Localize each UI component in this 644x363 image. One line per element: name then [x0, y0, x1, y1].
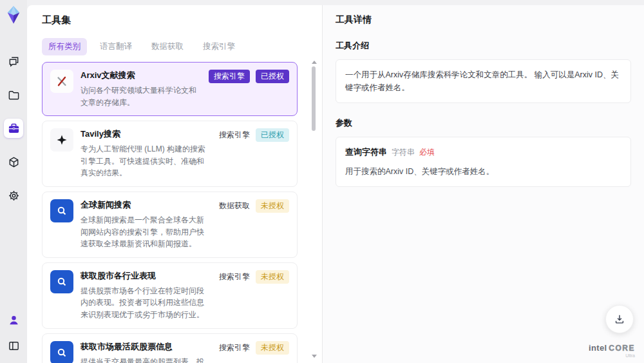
param-description: 用于搜索的Arxiv ID、关键字或作者姓名。 [345, 165, 621, 178]
cube-icon [8, 156, 20, 168]
status-badge: 已授权 [256, 70, 289, 83]
list-scrollbar[interactable] [311, 61, 316, 358]
param-required-flag: 必填 [419, 146, 435, 159]
news-search-logo-icon [50, 341, 73, 363]
category-badge: 搜索引擎 [209, 70, 250, 83]
core-logo-text: CORE [609, 344, 635, 352]
gear-icon [8, 190, 20, 202]
param-name: 查询字符串 [345, 146, 387, 159]
page-title: 工具集 [42, 14, 305, 26]
category-label: 搜索引擎 [219, 270, 250, 284]
category-tabs: 所有类别 语言翻译 数据获取 搜索引擎 [42, 38, 305, 55]
tool-card-global-news[interactable]: 全球新闻搜索 全球新闻搜索是一个聚合全球各大新闻网站内容的搜索引擎，帮助用户快速… [42, 191, 298, 258]
intel-logo-text: intel [589, 344, 607, 352]
intro-heading: 工具介绍 [336, 40, 631, 52]
user-icon [8, 314, 20, 326]
intel-core-logo: intel CORE Ultra [589, 344, 635, 358]
sidebar-item-files[interactable] [4, 85, 23, 104]
status-badge: 未授权 [256, 199, 289, 213]
news-search-logo-icon [50, 270, 73, 293]
sidebar-item-chat[interactable] [4, 52, 23, 71]
tool-card-tavily[interactable]: Tavily搜索 专为人工智能代理 (LLM) 构建的搜索引擎工具。可快速提供实… [42, 121, 298, 187]
status-badge: 未授权 [256, 270, 289, 284]
tool-name: 获取股市各行业表现 [80, 270, 209, 282]
tool-description: 全球新闻搜索是一个聚合全球各大新闻网站内容的搜索引擎，帮助用户快速获取全球最新资… [80, 214, 209, 250]
tool-name: Arxiv文献搜索 [80, 70, 199, 81]
app-logo-icon [5, 5, 23, 25]
tool-description: 提供股票市场各个行业在特定时间段内的表现。投资者可以利用这些信息来识别表现优于或… [80, 285, 209, 321]
tool-name: 全球新闻搜索 [80, 199, 209, 211]
tool-name: 获取市场最活跃股票信息 [80, 341, 209, 353]
scrollbar-thumb[interactable] [312, 66, 316, 131]
tool-detail-panel: 工具详情 工具介绍 一个用于从Arxiv存储库搜索科学论文和文章的工具。 输入可… [322, 5, 644, 363]
folder-icon [8, 89, 20, 101]
toolbox-icon [8, 123, 20, 135]
left-sidebar [0, 0, 27, 363]
tab-language-translation[interactable]: 语言翻译 [93, 38, 138, 55]
news-search-logo-icon [50, 199, 73, 222]
tool-name: Tavily搜索 [80, 128, 209, 140]
param-box: 查询字符串 字符串 必填 用于搜索的Arxiv ID、关键字或作者姓名。 [336, 137, 631, 187]
tool-card-sector-performance[interactable]: 获取股市各行业表现 提供股票市场各个行业在特定时间段内的表现。投资者可以利用这些… [42, 262, 298, 329]
tool-description: 提供当天交易量最高的股票列表，投资者可以利用这些信息来识别流动性强的股票和潜在的… [80, 356, 209, 363]
sidebar-item-panel-toggle[interactable] [4, 336, 23, 355]
scroll-up-arrow-icon[interactable] [312, 61, 317, 64]
tool-card-active-stocks[interactable]: 获取市场最活跃股票信息 提供当天交易量最高的股票列表，投资者可以利用这些信息来识… [42, 333, 298, 363]
params-heading: 参数 [336, 117, 631, 129]
tab-data-fetch[interactable]: 数据获取 [145, 38, 190, 55]
scroll-down-arrow-icon[interactable] [312, 355, 317, 358]
chat-icon [8, 55, 20, 68]
detail-title: 工具详情 [336, 14, 631, 26]
tool-card-arxiv[interactable]: Arxiv文献搜索 访问各个研究领域大量科学论文和文章的存储库。 搜索引擎 已授… [42, 62, 298, 116]
sidebar-item-settings[interactable] [4, 186, 23, 205]
download-button[interactable] [605, 305, 634, 333]
arxiv-logo-icon [50, 70, 73, 93]
intro-box: 一个用于从Arxiv存储库搜索科学论文和文章的工具。 输入可以是Arxiv ID… [336, 59, 631, 103]
tab-all-categories[interactable]: 所有类别 [42, 38, 87, 55]
tavily-logo-icon [50, 128, 73, 152]
download-icon [614, 313, 625, 325]
param-type: 字符串 [392, 146, 415, 159]
category-label: 数据获取 [219, 199, 250, 213]
sidebar-item-tools[interactable] [4, 119, 23, 138]
status-badge: 已授权 [256, 128, 289, 142]
tool-list-panel: 工具集 所有类别 语言翻译 数据获取 搜索引擎 Arxiv文献搜索 访问各个研究… [27, 5, 322, 363]
category-label: 搜索引擎 [219, 341, 250, 355]
status-badge: 未授权 [256, 341, 289, 355]
core-ultra-text: Ultra [589, 353, 635, 358]
tool-description: 访问各个研究领域大量科学论文和文章的存储库。 [80, 84, 199, 108]
tool-description: 专为人工智能代理 (LLM) 构建的搜索引擎工具。可快速提供实时、准确和真实的结… [80, 143, 209, 179]
tab-search-engine[interactable]: 搜索引擎 [196, 38, 242, 55]
category-label: 搜索引擎 [219, 128, 250, 142]
sidebar-item-account[interactable] [4, 310, 23, 329]
panel-toggle-icon [8, 340, 20, 352]
sidebar-item-packages[interactable] [4, 152, 23, 172]
tool-list: Arxiv文献搜索 访问各个研究领域大量科学论文和文章的存储库。 搜索引擎 已授… [42, 62, 305, 363]
